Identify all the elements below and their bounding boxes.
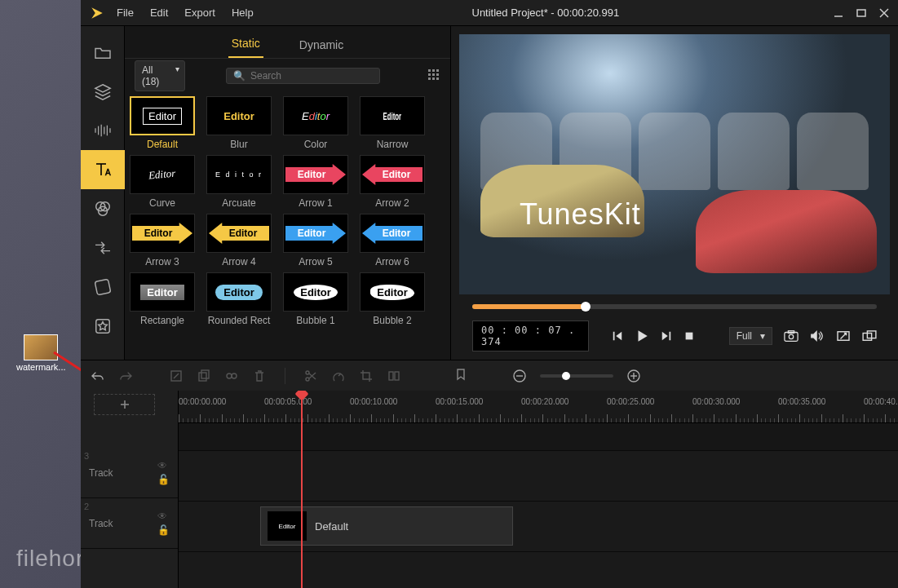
svg-line-45 — [338, 374, 341, 376]
copy-tool-icon[interactable] — [197, 369, 211, 383]
preview-panel: TunesKit 00 : 00 : 07 . 374 Full▾ — [451, 26, 898, 360]
svg-rect-28 — [436, 77, 439, 80]
playhead[interactable] — [301, 391, 303, 588]
preset-arrow-6[interactable]: EditorArrow 6 — [360, 214, 425, 267]
prev-frame-button[interactable] — [612, 330, 623, 342]
sidebar-text-icon[interactable]: A — [81, 150, 125, 189]
svg-point-41 — [227, 374, 232, 378]
sidebar-media-icon[interactable] — [81, 33, 125, 72]
volume-icon[interactable] — [810, 329, 825, 343]
maximize-button[interactable] — [856, 7, 867, 19]
preset-narrow[interactable]: EditorNarrow — [360, 96, 425, 150]
sidebar-audio-icon[interactable] — [81, 111, 125, 150]
sidebar-layers-icon[interactable] — [81, 72, 125, 111]
preset-rectangle[interactable]: EditorRectangle — [130, 272, 195, 326]
zoom-slider[interactable] — [540, 374, 613, 378]
preset-color[interactable]: EditorColor — [283, 96, 348, 150]
tab-static[interactable]: Static — [228, 30, 263, 58]
desktop-file-icon[interactable]: watermark... — [16, 334, 65, 372]
seek-thumb[interactable] — [581, 302, 591, 312]
preset-default[interactable]: EditorDefault — [130, 96, 195, 150]
preset-arrow-3[interactable]: EditorArrow 3 — [130, 214, 195, 267]
preset-arrow-1[interactable]: EditorArrow 1 — [283, 155, 348, 209]
grid-view-icon[interactable] — [427, 69, 440, 83]
track-2-header[interactable]: 2 Track 👁🔓 — [81, 498, 178, 549]
filter-dropdown[interactable]: All (18) — [135, 60, 185, 91]
preview-text-overlay[interactable]: TunesKit — [520, 197, 641, 232]
lock-icon[interactable]: 🔓 — [157, 474, 170, 485]
detach-icon[interactable] — [862, 330, 877, 342]
search-input[interactable] — [250, 70, 373, 82]
svg-rect-30 — [669, 332, 670, 341]
preview-viewport[interactable]: TunesKit — [459, 34, 890, 294]
preset-bubble-1[interactable]: EditorBubble 1 — [283, 272, 348, 326]
link-tool-icon[interactable] — [224, 369, 239, 383]
asset-grid: EditorDefault EditorBlur EditorColor Edi… — [125, 93, 450, 360]
view-mode-select[interactable]: Full▾ — [729, 327, 772, 345]
timeline: 3 Track 👁🔓 2 Track 👁🔓 00:00:00.000 00:00… — [81, 391, 898, 588]
lock-icon[interactable]: 🔓 — [157, 524, 170, 536]
text-clip-default[interactable]: Editor Default — [260, 506, 513, 546]
minimize-button[interactable] — [833, 7, 844, 19]
zoom-in-icon[interactable] — [626, 369, 641, 383]
svg-rect-18 — [95, 279, 111, 295]
preview-scene — [459, 34, 890, 294]
play-button[interactable] — [635, 329, 649, 343]
undo-icon[interactable] — [91, 369, 105, 383]
next-frame-button[interactable] — [661, 330, 672, 342]
menu-file[interactable]: File — [117, 7, 134, 19]
crop-tool-icon[interactable] — [359, 369, 374, 383]
visibility-icon[interactable]: 👁 — [157, 511, 170, 522]
search-icon: 🔍 — [233, 70, 246, 82]
track-3-label: Track — [89, 467, 113, 479]
sidebar-favorites-icon[interactable] — [81, 307, 125, 346]
track-3-lane[interactable] — [179, 451, 898, 502]
svg-rect-20 — [428, 69, 431, 72]
preset-arrow-2[interactable]: EditorArrow 2 — [360, 155, 425, 209]
timeline-toolbar — [81, 360, 898, 391]
svg-rect-26 — [428, 77, 431, 80]
redo-icon[interactable] — [118, 369, 133, 383]
svg-rect-46 — [389, 372, 393, 380]
track-lanes[interactable]: 00:00:00.000 00:00:05.000 00:00:10.000 0… — [179, 391, 898, 588]
preset-arrow-5[interactable]: EditorArrow 5 — [283, 214, 348, 267]
track-2-lane[interactable]: Editor Default — [179, 502, 898, 552]
window-title: Untitled Project* - 00:00:20.991 — [270, 7, 821, 19]
visibility-icon[interactable]: 👁 — [157, 460, 170, 471]
preset-blur[interactable]: EditorBlur — [206, 96, 272, 150]
edit-tool-icon[interactable] — [169, 369, 184, 383]
adjust-tool-icon[interactable] — [387, 369, 401, 383]
preset-curve[interactable]: EditorCurve — [130, 155, 195, 209]
timeline-ruler[interactable]: 00:00:00.000 00:00:05.000 00:00:10.000 0… — [179, 391, 898, 423]
app-logo-icon — [89, 5, 105, 21]
marker-tool-icon[interactable] — [453, 369, 468, 383]
add-track-button[interactable] — [94, 394, 155, 415]
search-box[interactable]: 🔍 — [226, 68, 380, 84]
preset-arcuate[interactable]: E d i t o rArcuate — [206, 155, 272, 209]
menu-edit[interactable]: Edit — [150, 7, 168, 19]
speed-tool-icon[interactable] — [331, 369, 346, 383]
split-tool-icon[interactable] — [303, 369, 318, 383]
sidebar-effects-icon[interactable] — [81, 189, 125, 228]
track-headers: 3 Track 👁🔓 2 Track 👁🔓 — [81, 391, 179, 588]
menu-export[interactable]: Export — [184, 7, 215, 19]
menu-help[interactable]: Help — [232, 7, 254, 19]
snapshot-icon[interactable] — [784, 329, 798, 343]
delete-tool-icon[interactable] — [252, 369, 267, 383]
svg-rect-24 — [432, 73, 435, 76]
seek-bar[interactable] — [472, 304, 877, 309]
sidebar-stickers-icon[interactable] — [81, 267, 125, 307]
track-3-header[interactable]: 3 Track 👁🔓 — [81, 448, 178, 498]
preset-rounded-rect[interactable]: EditorRounded Rect — [206, 272, 272, 326]
preset-arrow-4[interactable]: EditorArrow 4 — [206, 214, 272, 267]
fullscreen-icon[interactable] — [836, 330, 851, 342]
stop-button[interactable] — [683, 330, 695, 342]
tab-dynamic[interactable]: Dynamic — [296, 32, 347, 58]
sidebar-transitions-icon[interactable] — [81, 228, 125, 267]
zoom-out-icon[interactable] — [512, 369, 527, 383]
seek-fill — [472, 304, 586, 309]
svg-rect-22 — [436, 69, 439, 72]
svg-point-42 — [232, 374, 237, 378]
close-button[interactable] — [878, 7, 890, 19]
preset-bubble-2[interactable]: EditorBubble 2 — [360, 272, 425, 326]
